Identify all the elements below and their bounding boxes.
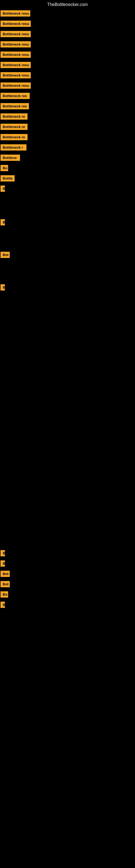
bottleneck-button-29[interactable]: Bo bbox=[1, 591, 8, 597]
bottleneck-button-17[interactable]: B bbox=[1, 186, 5, 192]
button-row-27: Bot bbox=[0, 568, 10, 579]
bottleneck-button-5[interactable]: Bottleneck resu bbox=[1, 62, 31, 68]
button-row-17: B bbox=[0, 183, 5, 194]
button-row-30: B bbox=[0, 599, 5, 610]
bottleneck-button-23[interactable]: B bbox=[1, 284, 5, 290]
button-row-6: Bottleneck resu bbox=[0, 70, 31, 81]
bottleneck-button-21[interactable]: Bot bbox=[1, 252, 10, 258]
bottleneck-button-7[interactable]: Bottleneck resu bbox=[1, 83, 31, 89]
bottleneck-button-26[interactable]: B bbox=[1, 560, 5, 567]
bottleneck-button-13[interactable]: Bottleneck r bbox=[1, 144, 27, 151]
bottleneck-button-11[interactable]: Bottleneck re bbox=[1, 124, 28, 130]
bottleneck-button-8[interactable]: Bottleneck res bbox=[1, 93, 30, 99]
button-row-8: Bottleneck res bbox=[0, 91, 30, 101]
bottleneck-button-12[interactable]: Bottleneck re bbox=[1, 134, 28, 140]
bottleneck-button-28[interactable]: Bot bbox=[1, 581, 10, 587]
bottleneck-button-1[interactable]: Bottleneck resu bbox=[1, 21, 31, 27]
button-row-11: Bottleneck re bbox=[0, 122, 28, 132]
button-row-15: Bo bbox=[0, 163, 8, 173]
bottleneck-button-9[interactable]: Bottleneck res bbox=[1, 103, 29, 109]
bottleneck-button-15[interactable]: Bo bbox=[1, 165, 8, 171]
button-row-3: Bottleneck resu bbox=[0, 39, 31, 50]
bottleneck-button-25[interactable]: B bbox=[1, 550, 5, 556]
site-title: TheBottlenecker.com bbox=[0, 0, 135, 9]
bottleneck-button-2[interactable]: Bottleneck resu bbox=[1, 31, 31, 37]
button-row-29: Bo bbox=[0, 589, 8, 600]
bottleneck-button-3[interactable]: Bottleneck resu bbox=[1, 41, 31, 48]
bottleneck-button-14[interactable]: Bottlene bbox=[1, 155, 20, 161]
button-row-14: Bottlene bbox=[0, 152, 20, 163]
button-row-5: Bottleneck resu bbox=[0, 60, 31, 70]
bottleneck-button-0[interactable]: Bottleneck resu bbox=[1, 10, 30, 17]
bottleneck-button-4[interactable]: Bottleneck resu bbox=[1, 52, 31, 58]
button-row-21: Bot bbox=[0, 250, 10, 260]
button-row-4: Bottleneck resu bbox=[0, 50, 31, 60]
button-row-2: Bottleneck resu bbox=[0, 29, 31, 39]
bottleneck-button-6[interactable]: Bottleneck resu bbox=[1, 72, 31, 79]
bottleneck-button-16[interactable]: Bottle bbox=[1, 175, 14, 182]
button-row-16: Bottle bbox=[0, 173, 14, 184]
button-row-1: Bottleneck resu bbox=[0, 19, 31, 29]
button-row-10: Bottleneck re bbox=[0, 111, 28, 122]
button-row-9: Bottleneck res bbox=[0, 101, 29, 112]
bottleneck-button-10[interactable]: Bottleneck re bbox=[1, 113, 28, 120]
button-row-19: B bbox=[0, 217, 5, 227]
button-row-26: B bbox=[0, 558, 5, 569]
button-row-25: B bbox=[0, 548, 5, 558]
bottleneck-button-19[interactable]: B bbox=[1, 219, 5, 225]
button-row-28: Bot bbox=[0, 579, 10, 589]
button-row-0: Bottleneck resu bbox=[0, 8, 30, 19]
bottleneck-button-27[interactable]: Bot bbox=[1, 571, 10, 577]
bottleneck-button-30[interactable]: B bbox=[1, 601, 5, 608]
button-row-23: B bbox=[0, 282, 5, 293]
button-row-12: Bottleneck re bbox=[0, 132, 28, 143]
button-row-13: Bottleneck r bbox=[0, 142, 27, 153]
button-row-7: Bottleneck resu bbox=[0, 80, 31, 91]
